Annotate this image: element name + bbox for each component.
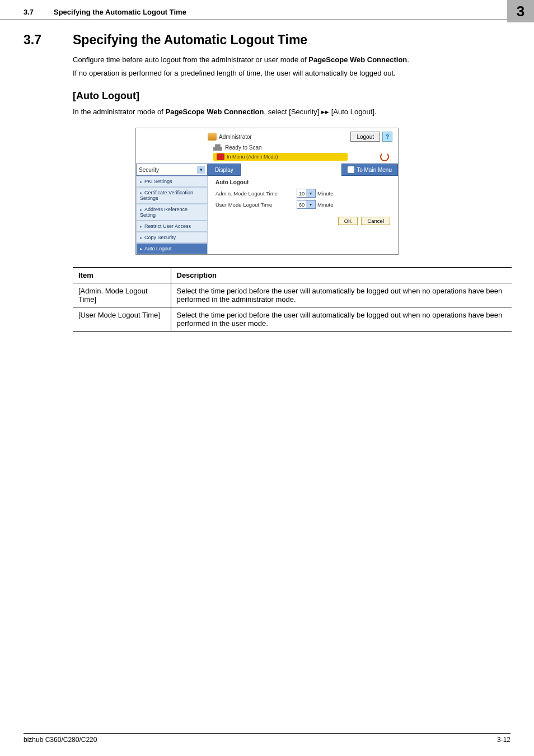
admin-logout-time-select[interactable]: 10▾ [297,189,316,198]
sidebar-item-cert-verification[interactable]: ▸Certificate Verification Settings [136,187,208,204]
table-row: [Admin. Mode Logout Time] Select the tim… [73,283,512,307]
sub-paragraph: In the administrator mode of PageScope W… [73,106,510,118]
chevron-down-icon: ▾ [306,189,315,197]
panel-title: Auto Logout [216,179,392,185]
table-cell-item: [User Mode Logout Time] [73,307,171,332]
administrator-label: Administrator [208,133,252,141]
help-button[interactable]: ? [382,132,392,142]
table-cell-desc: Select the time period before the user w… [171,307,512,332]
intro-paragraph-2: If no operation is performed for a prede… [73,68,510,79]
admin-logout-time-unit: Minute [317,190,334,197]
user-logout-time-select[interactable]: 60▾ [297,200,316,209]
printer-icon [213,144,222,151]
sidebar: ▸PKI Settings ▸Certificate Verification … [136,176,208,254]
footer-page-number: 3-12 [497,736,510,744]
section-heading: 3.7 Specifying the Automatic Logout Time [24,32,510,48]
table-header-item: Item [73,268,171,283]
table-header-description: Description [171,268,512,283]
section-heading-title: Specifying the Automatic Logout Time [73,32,307,48]
table-cell-item: [Admin. Mode Logout Time] [73,283,171,307]
screenshot-panel: Administrator Logout ? Ready to Scan In … [135,128,399,255]
footer-model: bizhub C360/C280/C220 [24,736,97,744]
logout-button[interactable]: Logout [350,132,380,142]
display-button[interactable]: Display [208,164,241,176]
sidebar-item-restrict-user[interactable]: ▸Restrict User Access [136,221,208,232]
intro-paragraph-1: Configure time before auto logout from t… [73,54,510,66]
header-section-number: 3.7 [24,8,54,16]
admin-logout-time-label: Admin. Mode Logout Time [216,190,297,197]
chevron-down-icon: ▾ [197,166,205,174]
table-row: [User Mode Logout Time] Select the time … [73,307,512,332]
category-select[interactable]: Security ▾ [136,164,208,176]
sidebar-item-copy-security[interactable]: ▸Copy Security [136,232,208,243]
administrator-icon [208,133,217,141]
warning-icon [217,153,224,160]
user-logout-time-row: User Mode Logout Time 60▾ Minute [216,200,392,209]
sidebar-item-address-reference[interactable]: ▸Address Reference Setting [136,204,208,221]
refresh-icon[interactable] [380,152,389,161]
sidebar-item-auto-logout[interactable]: ▸Auto Logout [136,243,208,254]
to-main-menu-button[interactable]: To Main Menu [341,164,398,176]
admin-logout-time-row: Admin. Mode Logout Time 10▾ Minute [216,189,392,198]
chevron-down-icon: ▾ [306,200,315,208]
status-ready-row: Ready to Scan [213,144,392,151]
chapter-badge: 3 [507,0,534,22]
page-header: 3.7 Specifying the Automatic Logout Time [0,0,534,20]
ok-button[interactable]: OK [338,217,358,225]
description-table: Item Description [Admin. Mode Logout Tim… [73,267,512,332]
cancel-button[interactable]: Cancel [361,217,390,225]
page-footer: bizhub C360/C280/C220 3-12 [24,733,510,744]
section-heading-number: 3.7 [24,32,57,48]
status-mode-bar: In Menu (Admin Mode) [213,153,348,161]
sidebar-item-pki-settings[interactable]: ▸PKI Settings [136,176,208,187]
header-section-title: Specifying the Automatic Logout Time [54,8,510,16]
sub-heading-auto-logout: [Auto Logout] [73,90,510,102]
menu-icon [348,166,354,173]
user-logout-time-label: User Mode Logout Time [216,202,297,208]
user-logout-time-unit: Minute [317,202,334,208]
table-cell-desc: Select the time period before the user w… [171,283,512,307]
